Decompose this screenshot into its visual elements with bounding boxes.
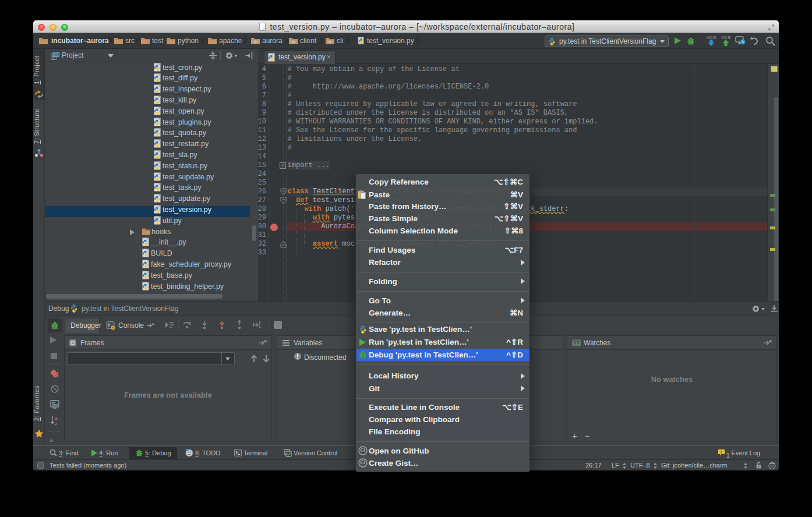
svg-text:a: a <box>55 416 58 421</box>
svg-text:z: z <box>55 421 57 426</box>
